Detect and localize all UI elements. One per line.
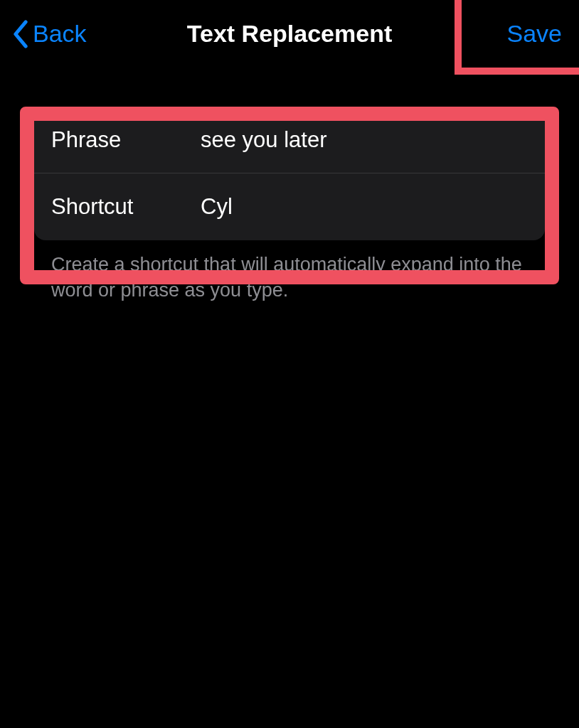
page-title: Text Replacement <box>187 20 392 48</box>
hint-text: Create a shortcut that will automaticall… <box>20 240 559 304</box>
chevron-left-icon <box>11 20 30 48</box>
back-label: Back <box>33 20 87 48</box>
save-button[interactable]: Save <box>507 20 568 48</box>
phrase-label: Phrase <box>51 127 201 153</box>
shortcut-row: Shortcut <box>34 173 545 240</box>
navigation-bar: Back Text Replacement Save <box>0 0 579 68</box>
phrase-input[interactable] <box>201 127 528 153</box>
phrase-row: Phrase <box>34 107 545 173</box>
form-card: Phrase Shortcut <box>34 107 545 240</box>
shortcut-input[interactable] <box>201 194 528 220</box>
form-section: Phrase Shortcut Create a shortcut that w… <box>20 107 559 304</box>
shortcut-label: Shortcut <box>51 194 201 220</box>
back-button[interactable]: Back <box>11 20 87 48</box>
